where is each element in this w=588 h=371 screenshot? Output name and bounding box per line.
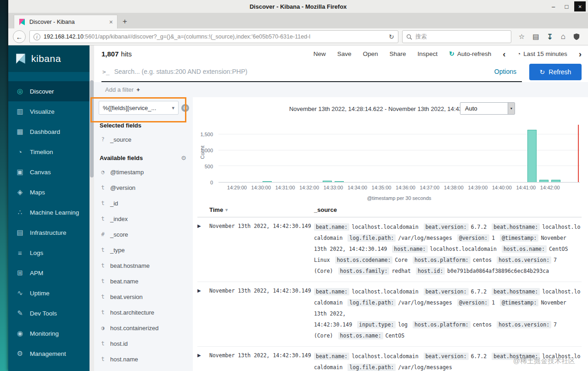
inspect-button[interactable]: Inspect: [418, 50, 438, 57]
sidebar-item-apm[interactable]: ⊞APM: [8, 263, 90, 283]
field-item--timestamp[interactable]: ◔@timestamp: [99, 164, 189, 180]
x-tick-label: 14:41:00: [516, 185, 536, 190]
sidebar-item-dev-tools[interactable]: ✎Dev Tools: [8, 303, 90, 323]
histogram-bar[interactable]: [527, 130, 537, 182]
sidebar-item-uptime[interactable]: ∿Uptime: [8, 283, 90, 303]
kibana-logo[interactable]: kibana: [8, 45, 90, 72]
field-item-host-containerized[interactable]: ◑host.containerized: [99, 320, 189, 336]
window-maximize-button[interactable]: □: [561, 1, 572, 11]
sort-caret-icon: ▾: [225, 207, 228, 212]
expand-row-icon[interactable]: ▶: [197, 351, 209, 371]
shield-icon[interactable]: [573, 33, 580, 40]
sidebar-item-canvas[interactable]: ▣Canvas: [8, 162, 90, 182]
x-axis: 14:29:0014:30:0014:31:0014:32:0014:33:00…: [218, 185, 580, 192]
field-item-host-id[interactable]: thost.id: [99, 336, 189, 351]
row-time: November 13th 2022, 14:42:30.149: [209, 351, 314, 371]
time-back-chevron[interactable]: ‹: [503, 50, 505, 58]
page-info-icon[interactable]: i: [34, 33, 40, 40]
bookmark-star-icon[interactable]: ☆: [519, 33, 525, 41]
interval-select[interactable]: Auto ▼: [460, 102, 515, 115]
management-icon: ⚙: [16, 349, 24, 358]
time-forward-chevron[interactable]: ›: [579, 50, 582, 58]
field-item--type[interactable]: t_type: [99, 242, 189, 258]
refresh-button[interactable]: ↻ Refresh: [529, 64, 582, 80]
kibana-main: 1,807 hits NewSaveOpenShareInspect ↻ Aut…: [94, 45, 588, 371]
query-input[interactable]: [114, 65, 490, 78]
window-minimize-button[interactable]: –: [548, 1, 559, 11]
new-tab-button[interactable]: +: [118, 15, 132, 28]
field-item-host-architecture[interactable]: thost.architecture: [99, 305, 189, 320]
tab-close-icon[interactable]: ×: [109, 18, 113, 26]
field-item-beat-name[interactable]: tbeat.name: [99, 273, 189, 289]
source-field-value: log: [398, 321, 408, 328]
browser-search-box[interactable]: [402, 30, 511, 43]
source-field-value: /var/log/messages: [398, 364, 452, 371]
index-pattern-clear-icon[interactable]: ⊗: [181, 104, 189, 112]
window-close-button[interactable]: ×: [574, 1, 586, 11]
index-pattern-select[interactable]: %{[fields][service_... ▾: [99, 101, 179, 115]
inner-scrollbar[interactable]: [90, 45, 94, 371]
url-bar[interactable]: i 192.168.142.10:5601/app/kibana#/discov…: [29, 30, 398, 43]
sidebar-item-monitoring[interactable]: ◉Monitoring: [8, 323, 90, 343]
field-item--id[interactable]: t_id: [99, 195, 189, 211]
home-icon[interactable]: ⌂: [561, 32, 566, 41]
histogram-bar[interactable]: [551, 180, 560, 182]
add-filter-link[interactable]: Add a filter: [105, 86, 134, 93]
new-button[interactable]: New: [314, 50, 326, 57]
number-type-icon: #: [100, 231, 106, 238]
browser-tab-discover-kibana[interactable]: Discover - Kibana ×: [14, 15, 118, 28]
expand-row-icon[interactable]: ▶: [197, 286, 209, 342]
browser-search-input[interactable]: [415, 33, 507, 40]
sidebar-item-dashboard[interactable]: ▦Dashboard: [8, 122, 90, 142]
save-button[interactable]: Save: [337, 50, 352, 57]
sidebar-item-machine-learning[interactable]: ∴Machine Learning: [8, 202, 90, 222]
source-field-key: beat.version:: [424, 288, 469, 295]
field-item--version[interactable]: t@version: [99, 180, 189, 195]
field-item-host-name[interactable]: thost.name: [99, 351, 189, 367]
options-link[interactable]: Options: [494, 68, 516, 75]
scrollbar-thumb[interactable]: [90, 80, 94, 177]
add-filter-plus-icon[interactable]: +: [136, 86, 140, 93]
source-field-key: beat.hostname:: [492, 223, 540, 231]
sidebar-item-logs[interactable]: ≡Logs: [8, 243, 90, 263]
logs-icon: ≡: [16, 249, 24, 257]
sidebar-item-discover[interactable]: ◎Discover: [8, 81, 90, 101]
string-type-icon: t: [100, 278, 106, 284]
histogram-bar[interactable]: [335, 181, 344, 182]
x-tick-label: 14:38:00: [444, 185, 464, 190]
time-column-header[interactable]: Time ▾: [209, 206, 314, 213]
sidebar-item-visualize[interactable]: ▥Visualize: [8, 101, 90, 122]
field-item-beat-version[interactable]: tbeat.version: [99, 289, 189, 305]
auto-refresh-button[interactable]: ↻ Auto-refresh: [449, 50, 491, 57]
field-name: beat.hostname: [110, 262, 150, 269]
string-type-icon: t: [100, 200, 106, 206]
sidebar-item-maps[interactable]: ◈Maps: [8, 182, 90, 202]
histogram-bar[interactable]: [323, 181, 332, 182]
string-type-icon: t: [100, 184, 106, 191]
downloads-icon[interactable]: ↧: [547, 33, 553, 41]
library-icon[interactable]: ▤: [532, 33, 539, 41]
gridline: [218, 150, 580, 150]
expand-row-icon[interactable]: ▶: [197, 221, 209, 277]
field-item--index[interactable]: t_index: [99, 211, 189, 227]
open-button[interactable]: Open: [363, 50, 378, 57]
back-button[interactable]: ←: [13, 30, 26, 43]
histogram-bar[interactable]: [539, 180, 549, 182]
field-item-beat-hostname[interactable]: tbeat.hostname: [99, 258, 189, 273]
sidebar-item-management[interactable]: ⚙Management: [8, 343, 90, 364]
table-row[interactable]: ▶November 13th 2022, 14:42:30.149beat.na…: [197, 282, 582, 347]
back-arrow-icon: ←: [16, 33, 23, 41]
share-button[interactable]: Share: [390, 50, 406, 57]
time-range-picker[interactable]: ◔ Last 15 minutes: [517, 50, 567, 57]
machine-learning-icon: ∴: [16, 208, 24, 216]
sidebar-item-timelion[interactable]: ◔Timelion: [8, 142, 90, 162]
histogram-bar[interactable]: [263, 181, 272, 182]
x-tick-label: 14:37:00: [420, 185, 440, 190]
table-row[interactable]: ▶November 13th 2022, 14:42:30.149beat.na…: [197, 217, 582, 282]
field-item--score[interactable]: #_score: [99, 227, 189, 242]
fields-settings-gear-icon[interactable]: ⚙: [181, 155, 186, 161]
reload-icon[interactable]: ↻: [389, 33, 394, 40]
y-tick-label: 1,500: [200, 132, 213, 137]
sidebar-item-infrastructure[interactable]: ▤Infrastructure: [8, 222, 90, 243]
field-item--source[interactable]: ?_source: [99, 132, 189, 147]
